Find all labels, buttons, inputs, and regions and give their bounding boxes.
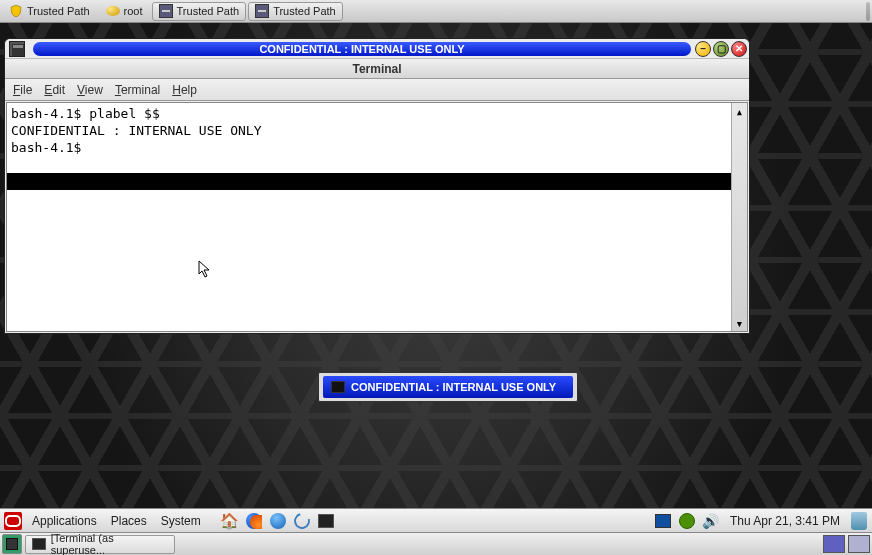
taskbar-item-label: [Terminal (as superuse... [51,532,168,555]
clock-label: Thu Apr 21, 3:41 PM [730,514,840,528]
show-desktop-button[interactable] [2,534,22,554]
home-icon: 🏠 [220,512,239,530]
terminal-line-2: bash-4.1$ [11,140,89,155]
system-menu[interactable]: System [156,511,206,531]
workspace-2[interactable] [848,535,870,553]
menu-file[interactable]: File [13,83,32,97]
close-button[interactable]: ✕ [731,41,747,57]
monitor-icon [655,514,671,528]
terminal-line-1: CONFIDENTIAL : INTERNAL USE ONLY [11,123,261,138]
trash-launcher[interactable] [849,511,869,531]
clock[interactable]: Thu Apr 21, 3:41 PM [725,511,845,531]
network-indicator[interactable] [677,511,697,531]
svg-rect-1 [13,45,23,48]
root-label: root [124,5,143,17]
trusted-path-button-label: Trusted Path [177,5,240,17]
window-icon [255,4,269,18]
applications-label: Applications [32,514,97,528]
titlebar[interactable]: CONFIDENTIAL : INTERNAL USE ONLY – ▢ ✕ [5,39,749,59]
menu-edit[interactable]: Edit [44,83,65,97]
root-indicator[interactable]: root [99,2,150,21]
security-stripe: CONFIDENTIAL : INTERNAL USE ONLY [33,42,691,56]
floating-security-label[interactable]: CONFIDENTIAL : INTERNAL USE ONLY [318,372,578,402]
window-title: Terminal [5,59,749,79]
scroll-down-icon[interactable]: ▾ [733,315,747,331]
disk-icon [106,6,120,16]
floating-label-text: CONFIDENTIAL : INTERNAL USE ONLY [351,381,556,393]
display-indicator[interactable] [653,511,673,531]
system-label: System [161,514,201,528]
thunderbird-launcher[interactable] [268,511,288,531]
window-menu-icon[interactable] [9,41,25,57]
gnome-panel-top: Applications Places System 🏠 🔊 Thu Apr 2… [0,508,872,532]
trash-icon [851,512,867,530]
trusted-path-label: Trusted Path [27,5,90,17]
terminal-line-0: bash-4.1$ plabel $$ [11,106,160,121]
applications-menu[interactable]: Applications [27,511,102,531]
scrollbar[interactable]: ▴ ▾ [731,103,747,331]
reload-icon [291,510,313,532]
maximize-button[interactable]: ▢ [713,41,729,57]
scroll-up-icon[interactable]: ▴ [733,103,747,119]
terminal-icon [331,381,345,393]
taskbar-item-terminal[interactable]: [Terminal (as superuse... [25,535,175,554]
trusted-path-button-label: Trusted Path [273,5,336,17]
terminal-content[interactable]: bash-4.1$ plabel $$ CONFIDENTIAL : INTER… [7,103,731,331]
firefox-launcher[interactable] [244,511,264,531]
menu-view[interactable]: View [77,83,103,97]
terminal-window: CONFIDENTIAL : INTERNAL USE ONLY – ▢ ✕ T… [4,38,750,334]
window-icon [159,4,173,18]
terminal-icon [32,538,46,550]
oracle-menu[interactable] [3,511,23,531]
terminal-body[interactable]: bash-4.1$ plabel $$ CONFIDENTIAL : INTER… [6,102,748,332]
gnome-panel-bottom: [Terminal (as superuse... [0,532,872,555]
firefox-icon [246,513,262,529]
terminal-selection [7,173,731,190]
places-label: Places [111,514,147,528]
workspace-1[interactable] [823,535,845,553]
trusted-path-bar: Trusted Path root Trusted Path Trusted P… [0,0,872,23]
terminal-launcher[interactable] [316,511,336,531]
volume-indicator[interactable]: 🔊 [701,511,721,531]
menu-terminal[interactable]: Terminal [115,83,160,97]
places-menu[interactable]: Places [106,511,152,531]
menubar: File Edit View Terminal Help [5,79,749,101]
panel-handle[interactable] [866,2,870,21]
trusted-path-button-2[interactable]: Trusted Path [248,2,343,21]
oracle-logo-icon [4,512,22,530]
shield-icon [9,4,23,18]
reload-launcher[interactable] [292,511,312,531]
menu-help[interactable]: Help [172,83,197,97]
security-label: CONFIDENTIAL : INTERNAL USE ONLY [259,43,464,55]
minimize-button[interactable]: – [695,41,711,57]
home-launcher[interactable]: 🏠 [220,511,240,531]
thunderbird-icon [270,513,286,529]
volume-icon: 🔊 [702,513,719,529]
network-icon [679,513,695,529]
trusted-path-shield[interactable]: Trusted Path [2,2,97,21]
terminal-icon [318,514,334,528]
trusted-path-button-1[interactable]: Trusted Path [152,2,247,21]
